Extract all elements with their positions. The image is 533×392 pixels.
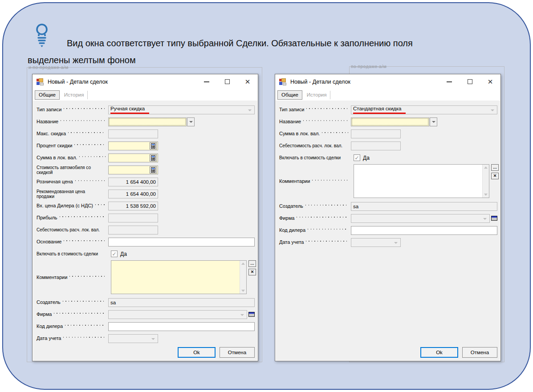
annotation-line2: выделены желтым фоном bbox=[28, 55, 136, 65]
comments-label: Комментарии bbox=[37, 275, 67, 280]
record-type-dropdown[interactable]: Ручная скидка bbox=[108, 105, 255, 114]
dealer-code-input[interactable] bbox=[351, 226, 497, 235]
background-text-right: по продаже а/м bbox=[351, 64, 387, 69]
max-discount-label: Макс. скидка bbox=[37, 131, 66, 136]
account-date-dropdown[interactable] bbox=[351, 238, 401, 247]
row-amount-local: Сумма в лок. вал. bbox=[278, 128, 497, 140]
comments-textarea[interactable] bbox=[111, 260, 247, 294]
titlebar[interactable]: Новый - Детали сделок ✕ bbox=[275, 74, 500, 89]
ok-button[interactable]: Ok bbox=[178, 347, 216, 358]
car-price-discounted-input[interactable] bbox=[108, 166, 158, 174]
calculator-button[interactable] bbox=[150, 166, 157, 174]
dialog-standard-discount: Новый - Детали сделок ✕ Общие История Ти… bbox=[275, 74, 501, 361]
chevron-down-icon bbox=[491, 109, 494, 111]
name-label: Название bbox=[37, 119, 58, 124]
comments-scrollbar[interactable] bbox=[240, 261, 246, 294]
close-button[interactable]: ✕ bbox=[237, 74, 258, 89]
firm-dropdown[interactable] bbox=[351, 214, 490, 223]
retail-price-value: 1 654 400,00 bbox=[126, 179, 156, 185]
recommended-price-value: 1 654 400,00 bbox=[126, 191, 156, 197]
dialog-manual-discount: Новый - Детали сделок ✕ Общие История Ти… bbox=[32, 74, 258, 361]
name-dropdown-button[interactable] bbox=[430, 117, 437, 126]
close-button[interactable]: ✕ bbox=[480, 74, 500, 89]
profit-field bbox=[108, 214, 158, 222]
creator-label: Создатель bbox=[37, 300, 61, 305]
comments-scrollbar[interactable] bbox=[482, 165, 489, 198]
record-type-label: Тип записи bbox=[279, 107, 304, 112]
discount-percent-input[interactable] bbox=[108, 141, 158, 150]
dealer-price-field: 1 538 592,00 bbox=[108, 202, 158, 210]
tab-general[interactable]: Общие bbox=[277, 90, 302, 100]
amount-local-input[interactable] bbox=[108, 154, 158, 162]
car-price-discounted-label: Стоимость автомобиля со скидкой bbox=[37, 165, 103, 175]
calculator-icon bbox=[151, 167, 155, 173]
include-in-deal-label: Включать в стоимость сделки bbox=[279, 155, 341, 160]
clear-button[interactable]: ✕ bbox=[491, 173, 499, 179]
expand-button[interactable]: … bbox=[248, 260, 256, 267]
window-title: Новый - Детали сделок bbox=[48, 79, 108, 85]
firm-label: Фирма bbox=[279, 216, 294, 221]
name-label: Название bbox=[279, 119, 301, 124]
maximize-button[interactable] bbox=[217, 74, 237, 89]
row-include-in-deal: Включать в стоимость сделки ✓ Да bbox=[36, 248, 255, 260]
scroll-down-icon bbox=[241, 290, 245, 292]
name-combobox[interactable] bbox=[108, 117, 187, 126]
close-icon: ✕ bbox=[493, 174, 497, 178]
lightbulb-icon bbox=[33, 23, 51, 49]
maximize-icon bbox=[468, 79, 472, 84]
calculator-button[interactable] bbox=[150, 142, 157, 150]
expand-button[interactable]: … bbox=[491, 164, 499, 171]
dealer-code-label: Код дилера bbox=[279, 228, 305, 233]
calculator-icon bbox=[151, 143, 155, 149]
name-combobox[interactable] bbox=[351, 117, 429, 126]
record-type-value: Стандартная скидка bbox=[353, 105, 406, 114]
creator-value: sa bbox=[110, 300, 116, 305]
window-title: Новый - Детали сделок bbox=[290, 79, 350, 85]
form-area: Тип записи Стандартная скидка Название С… bbox=[276, 101, 500, 360]
comments-label: Комментарии bbox=[279, 179, 310, 184]
row-recommended-price: Рекомендованная цена продажи 1 654 400,0… bbox=[36, 188, 255, 200]
form-icon[interactable] bbox=[248, 312, 255, 317]
tab-history[interactable]: История bbox=[61, 91, 88, 99]
row-car-price-discounted: Стоимость автомобиля со скидкой bbox=[36, 164, 255, 176]
include-checkbox[interactable]: ✓ bbox=[111, 251, 118, 257]
row-cost-calc: Себестоимость расч. лок. вал. bbox=[36, 224, 255, 236]
form-icon[interactable] bbox=[491, 216, 497, 221]
comments-textarea[interactable] bbox=[354, 164, 489, 198]
record-type-dropdown[interactable]: Стандартная скидка bbox=[351, 105, 497, 114]
row-account-date: Дата учета bbox=[36, 332, 255, 344]
chevron-down-icon bbox=[240, 314, 244, 316]
maximize-button[interactable] bbox=[460, 74, 480, 89]
reason-input[interactable] bbox=[108, 238, 255, 247]
profit-label: Прибыль bbox=[37, 215, 57, 220]
name-dropdown-button[interactable] bbox=[187, 117, 195, 126]
creator-value: sa bbox=[353, 204, 358, 209]
tab-history[interactable]: История bbox=[303, 91, 331, 99]
minimize-button[interactable] bbox=[196, 74, 217, 89]
clear-button[interactable]: ✕ bbox=[248, 269, 256, 275]
calculator-button[interactable] bbox=[150, 154, 157, 162]
row-record-type: Тип записи Ручная скидка bbox=[36, 104, 255, 116]
ok-button[interactable]: Ok bbox=[420, 347, 458, 358]
firm-dropdown[interactable] bbox=[108, 310, 247, 319]
row-reason: Основание bbox=[36, 236, 255, 248]
include-checkbox-label: Да bbox=[363, 155, 370, 161]
cancel-button[interactable]: Отмена bbox=[220, 347, 255, 358]
dealer-price-value: 1 538 592,00 bbox=[126, 203, 156, 209]
minimize-button[interactable] bbox=[439, 74, 460, 89]
cancel-button[interactable]: Отмена bbox=[462, 347, 497, 358]
include-checkbox[interactable]: ✓ bbox=[354, 154, 360, 161]
annotation-line1: Вид окна соответствует типу выбранной Сд… bbox=[67, 38, 413, 48]
row-comments: Комментарии … ✕ bbox=[36, 260, 255, 295]
retail-price-field: 1 654 400,00 bbox=[108, 178, 158, 186]
recommended-price-label: Рекомендованная цена продажи bbox=[37, 189, 103, 199]
account-date-dropdown[interactable] bbox=[108, 334, 158, 343]
tab-general[interactable]: Общие bbox=[35, 90, 60, 100]
dealer-code-input[interactable] bbox=[108, 322, 255, 331]
record-type-label: Тип записи bbox=[37, 107, 61, 112]
titlebar[interactable]: Новый - Детали сделок ✕ bbox=[33, 74, 258, 89]
cost-calc-label: Себестоимость расч. лок. вал. bbox=[279, 143, 342, 148]
dealer-price-label: Вх. цена Дилера (с НДС) bbox=[37, 203, 93, 208]
chevron-down-icon bbox=[432, 121, 435, 123]
row-firm: Фирма bbox=[278, 212, 497, 224]
